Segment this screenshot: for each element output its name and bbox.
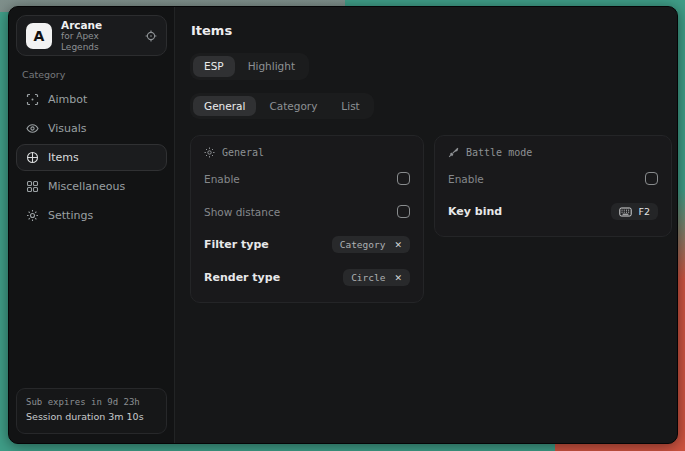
keybind-button[interactable]: F2 — [611, 203, 658, 220]
eye-icon — [26, 122, 39, 135]
sidebar-item-label: Visuals — [48, 122, 87, 135]
sun-icon — [204, 147, 215, 158]
setting-row: Filter type Category ✕ — [204, 232, 410, 257]
panel-battle-mode: Battle mode Enable Key bind — [434, 135, 672, 237]
app-logo: A — [26, 23, 52, 49]
show-distance-checkbox[interactable] — [397, 205, 410, 218]
sub-expires-text: Sub expires in 9d 23h — [26, 396, 157, 410]
target-icon[interactable] — [145, 30, 157, 42]
package-icon — [26, 151, 39, 164]
tab-esp[interactable]: ESP — [193, 56, 235, 77]
sidebar-item-aimbot[interactable]: Aimbot — [16, 86, 167, 113]
mode-tabbar: ESP Highlight — [190, 53, 309, 80]
crosshair-icon — [26, 93, 39, 106]
sword-icon — [448, 147, 459, 158]
keyboard-icon — [619, 207, 632, 217]
sidebar-item-visuals[interactable]: Visuals — [16, 115, 167, 142]
brand-card: A Arcane for Apex Legends — [16, 15, 167, 56]
setting-row: Show distance — [204, 199, 410, 224]
setting-row: Enable — [448, 166, 658, 191]
setting-label: Filter type — [204, 238, 269, 251]
setting-row: Enable — [204, 166, 410, 191]
setting-label: Show distance — [204, 206, 280, 218]
selected-value: Category — [340, 239, 386, 250]
panel-general: General Enable Show distance Filter type… — [190, 135, 424, 303]
app-window: A Arcane for Apex Legends Category — [8, 6, 678, 444]
tab-category[interactable]: Category — [258, 96, 328, 117]
subscription-info-card: Sub expires in 9d 23h Session duration 3… — [16, 388, 167, 434]
sidebar-item-miscellaneous[interactable]: Miscellaneous — [16, 173, 167, 200]
session-duration-text: Session duration 3m 10s — [26, 410, 157, 425]
setting-row: Key bind F2 — [448, 199, 658, 224]
page-title: Items — [191, 23, 672, 38]
gear-icon — [26, 209, 39, 222]
setting-row: Render type Circle ✕ — [204, 265, 410, 290]
clear-icon[interactable]: ✕ — [394, 240, 402, 250]
setting-label: Render type — [204, 271, 280, 284]
sidebar-item-label: Miscellaneous — [48, 180, 125, 193]
sidebar-nav: Aimbot Visuals Items — [16, 86, 167, 229]
panel-title-text: General — [222, 147, 264, 158]
battle-enable-checkbox[interactable] — [645, 172, 658, 185]
setting-label: Enable — [448, 173, 484, 185]
sidebar-section-label: Category — [22, 69, 161, 80]
render-type-select[interactable]: Circle ✕ — [343, 269, 410, 286]
clear-icon[interactable]: ✕ — [394, 273, 402, 283]
sidebar-item-items[interactable]: Items — [16, 144, 167, 171]
view-tabbar: General Category List — [190, 93, 374, 120]
sidebar-item-settings[interactable]: Settings — [16, 202, 167, 229]
app-subtitle: for Apex Legends — [61, 31, 136, 52]
main-content: Items ESP Highlight General Category Lis… — [175, 7, 678, 443]
keybind-value: F2 — [638, 206, 650, 217]
sidebar-item-label: Items — [48, 151, 79, 164]
tab-highlight[interactable]: Highlight — [237, 56, 306, 77]
tab-general[interactable]: General — [193, 96, 256, 117]
panel-title-text: Battle mode — [466, 147, 532, 158]
setting-label: Key bind — [448, 205, 502, 218]
selected-value: Circle — [351, 272, 385, 283]
enable-checkbox[interactable] — [397, 172, 410, 185]
app-title: Arcane — [61, 19, 136, 31]
tab-list[interactable]: List — [330, 96, 370, 117]
sidebar-item-label: Settings — [48, 209, 93, 222]
sidebar: A Arcane for Apex Legends Category — [9, 7, 175, 443]
setting-label: Enable — [204, 173, 240, 185]
filter-type-select[interactable]: Category ✕ — [332, 236, 410, 253]
sidebar-item-label: Aimbot — [48, 93, 87, 106]
grid-icon — [26, 180, 39, 193]
